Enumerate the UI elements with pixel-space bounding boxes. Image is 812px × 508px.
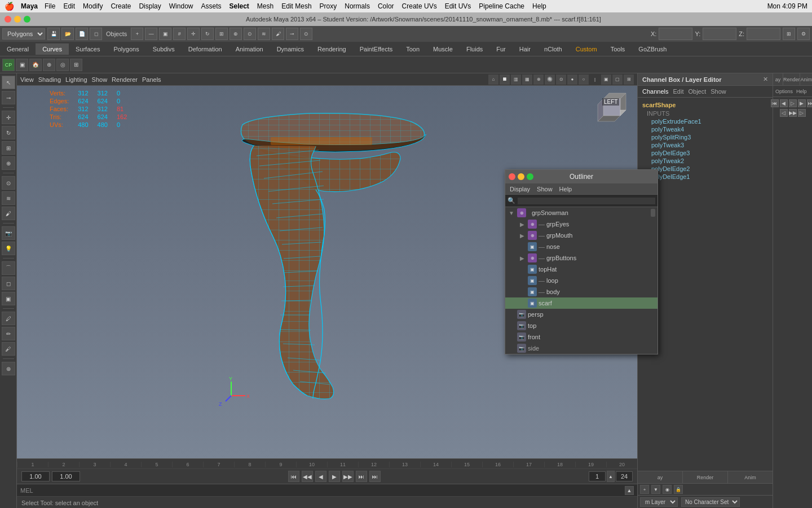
curve-icon[interactable]: ⌒	[2, 261, 15, 275]
cb-nav-object[interactable]: Object	[688, 88, 706, 95]
cb-nav-edit[interactable]: Edit	[673, 88, 683, 95]
display-menu[interactable]: Display	[139, 2, 161, 10]
outliner-item-tophat[interactable]: ▣ topHat	[505, 264, 657, 275]
anim-play-back[interactable]: ▷	[789, 99, 797, 107]
lasso-select-icon[interactable]: ⊸	[2, 91, 15, 104]
tab-painteffects[interactable]: PaintEffects	[353, 43, 400, 55]
anim-options-btn[interactable]: Options	[775, 89, 793, 94]
edit-menu[interactable]: Edit	[63, 2, 75, 10]
soft-mod-icon[interactable]: ⊙	[2, 176, 15, 190]
frame-increment-btn[interactable]: ▲	[607, 471, 615, 482]
layer-add-btn[interactable]: +	[640, 485, 649, 494]
move-tool-icon[interactable]: ✛	[187, 28, 200, 40]
apple-menu[interactable]: 🍎	[5, 2, 14, 11]
proxy-menu[interactable]: Proxy	[320, 2, 337, 10]
z-field[interactable]	[747, 28, 780, 40]
maximize-button[interactable]	[24, 16, 30, 23]
vp-renderer-menu[interactable]: Renderer	[112, 76, 138, 83]
soft-select-icon[interactable]: ⊙	[244, 28, 256, 40]
outliner-item-grpsnowman[interactable]: ▼ ⊕ grpSnowman	[505, 207, 657, 218]
vp-view-menu[interactable]: View	[20, 76, 34, 83]
vp-icon12[interactable]: ⊞	[624, 75, 634, 85]
vp-shading-menu[interactable]: Shading	[38, 76, 61, 83]
poly-icon[interactable]: ▣	[2, 292, 15, 305]
tick-10[interactable]: 10	[296, 462, 327, 467]
tick-18[interactable]: 18	[544, 462, 575, 467]
tab-tools[interactable]: Tools	[604, 43, 632, 55]
tick-16[interactable]: 16	[482, 462, 513, 467]
outliner-item-grpeyes[interactable]: ▶ ⊕ — grpEyes	[505, 218, 657, 230]
outliner-item-scarf[interactable]: ▣ scarf	[505, 297, 657, 309]
universal-tool-icon[interactable]: ⊕	[230, 28, 242, 40]
objects-icon[interactable]: ◻	[90, 28, 102, 40]
create-uvs-menu[interactable]: Create UVs	[402, 2, 437, 10]
anim-go-start[interactable]: ⏮	[771, 99, 779, 107]
vp-icon2[interactable]: 🔲	[500, 75, 510, 85]
go-end-btn[interactable]: ⏭	[369, 471, 381, 482]
tick-17[interactable]: 17	[513, 462, 544, 467]
current-frame-field[interactable]	[52, 471, 80, 481]
tab-subdivs[interactable]: Subdivs	[146, 43, 182, 55]
tab-animation[interactable]: Animation	[229, 43, 270, 55]
outliner-max-btn[interactable]	[527, 173, 533, 180]
snap-edge-icon[interactable]: —	[145, 28, 157, 40]
tab-fluids[interactable]: Fluids	[460, 43, 489, 55]
outliner-min-btn[interactable]	[518, 173, 524, 180]
vp-icon1[interactable]: ⌂	[488, 75, 498, 85]
tab-rendering[interactable]: Rendering	[311, 43, 353, 55]
edit-mesh-menu[interactable]: Edit Mesh	[281, 2, 311, 10]
tick-15[interactable]: 15	[451, 462, 482, 467]
paint-fx-icon[interactable]: ✏	[2, 327, 15, 340]
step-fwd-btn[interactable]: ⏭	[356, 471, 367, 482]
tick-19[interactable]: 19	[575, 462, 606, 467]
rotate-tool-icon[interactable]: ↻	[201, 28, 214, 40]
artisan-icon[interactable]: 🖋	[2, 342, 15, 356]
outliner-item-side[interactable]: 📷 side	[505, 343, 657, 354]
tick-13[interactable]: 13	[389, 462, 420, 467]
tick-6[interactable]: 6	[172, 462, 203, 467]
tab-fur[interactable]: Fur	[489, 43, 513, 55]
next-key-btn[interactable]: ▶▶	[342, 471, 354, 482]
char-set-dropdown[interactable]: No Character Set	[681, 497, 740, 507]
app-name[interactable]: Maya	[21, 2, 38, 10]
surface-icon[interactable]: ◻	[2, 277, 15, 290]
tick-20[interactable]: 20	[606, 462, 637, 467]
y-field[interactable]	[703, 28, 736, 40]
tab-surfaces[interactable]: Surfaces	[69, 43, 107, 55]
tab-gozbrush[interactable]: GoZBrush	[632, 43, 673, 55]
anim-tab-lay[interactable]: ay	[773, 73, 783, 85]
anim-key-prev[interactable]: ◁	[780, 109, 788, 117]
scale-tool-icon[interactable]: ⊞	[215, 28, 228, 40]
start-frame-field[interactable]	[21, 471, 50, 481]
tick-4[interactable]: 4	[110, 462, 141, 467]
create-menu[interactable]: Create	[111, 2, 131, 10]
file-menu[interactable]: File	[45, 2, 55, 10]
cb-nav-channels[interactable]: Channels	[642, 88, 668, 95]
frame-field[interactable]	[589, 471, 606, 481]
tab-muscle[interactable]: Muscle	[426, 43, 460, 55]
deform-icon2[interactable]: ≋	[2, 191, 15, 205]
cp-icon[interactable]: CP	[2, 59, 15, 71]
move-icon[interactable]: ✛	[2, 111, 15, 124]
tick-1[interactable]: 1	[17, 462, 48, 467]
minimize-button[interactable]	[14, 16, 21, 23]
outliner-search-input[interactable]	[518, 198, 655, 204]
tick-14[interactable]: 14	[420, 462, 451, 467]
cb-nav-show[interactable]: Show	[710, 88, 726, 95]
vp-icon11[interactable]: ▢	[612, 75, 623, 85]
tab-polygons[interactable]: Polygons	[107, 43, 145, 55]
window-menu[interactable]: Window	[169, 2, 193, 10]
sculpt-icon[interactable]: 🖌	[2, 207, 15, 220]
select-lasso-icon[interactable]: ⊸	[286, 28, 298, 40]
st-icon5[interactable]: ⊞	[70, 59, 82, 71]
mel-input[interactable]	[36, 487, 623, 494]
tick-2[interactable]: 2	[48, 462, 79, 467]
vp-icon3[interactable]: ▥	[511, 75, 521, 85]
outliner-title-bar[interactable]: Outliner	[505, 170, 657, 183]
tick-9[interactable]: 9	[265, 462, 296, 467]
anim-help-btn[interactable]: Help	[796, 89, 807, 94]
tab-hair[interactable]: Hair	[513, 43, 537, 55]
anim-play-fwd[interactable]: ▶▶	[789, 109, 797, 117]
tick-12[interactable]: 12	[358, 462, 389, 467]
cb-input-7[interactable]: polyDelEdge1	[642, 173, 768, 181]
